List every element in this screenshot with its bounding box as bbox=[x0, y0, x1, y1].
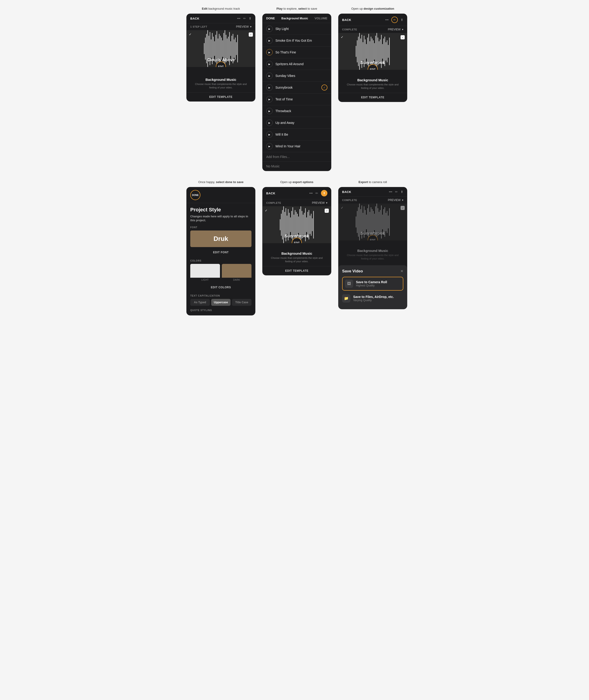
pencil-icon-highlighted[interactable]: ✏ bbox=[391, 17, 398, 23]
save-close-btn[interactable]: ✕ bbox=[400, 269, 403, 273]
list-item[interactable]: ▶ Smoke Em If You Got Em bbox=[262, 35, 331, 46]
list-item[interactable]: ▶ So That's Fine bbox=[262, 46, 331, 58]
phone2-top-bar: DONE Background Music VOLUME bbox=[262, 14, 331, 23]
add-from-files[interactable]: Add from Files... bbox=[262, 152, 331, 162]
check-left-icon: ✓ bbox=[341, 206, 344, 209]
list-item[interactable]: ▶ Sunnybrook ✓ bbox=[262, 82, 331, 94]
col-export-options: Open up export options BACK ••• ✏ ⬆ COMP… bbox=[262, 180, 331, 315]
music-name-sunday: Sunday Vibes bbox=[275, 74, 328, 78]
color-label-dark: DARK bbox=[222, 278, 251, 282]
text-cap-label: TEXT CAPITALIZATION bbox=[190, 294, 251, 297]
play-btn-wind[interactable]: ▶ bbox=[266, 143, 273, 149]
back-button[interactable]: BACK bbox=[190, 17, 199, 20]
phone1-sub-bar: 1 STEP LEFT PREVIEW ▾ bbox=[187, 23, 255, 30]
list-item[interactable]: ▶ Wind In Your Hair bbox=[262, 140, 331, 152]
edit-template-link[interactable]: EDIT TEMPLATE bbox=[262, 266, 331, 275]
list-item[interactable]: ▶ Sunday Vibes bbox=[262, 70, 331, 82]
selected-check-icon: ✓ bbox=[322, 85, 328, 91]
pencil-icon[interactable]: ✏ bbox=[316, 191, 318, 195]
preview-label[interactable]: PREVIEW bbox=[236, 25, 249, 28]
cap-btn-uppercase[interactable]: Uppercase bbox=[211, 299, 231, 306]
volume-tab[interactable]: VOLUME bbox=[315, 17, 328, 20]
files-name: Save to Files, AirDrop, etc. bbox=[353, 295, 403, 299]
phone-5: BACK ••• ✏ ⬆ COMPLETE PREVIEW ▾ ✓ bbox=[262, 187, 331, 275]
section-desc: Choose music that complements the style … bbox=[339, 254, 407, 263]
share-icon[interactable]: ⬆ bbox=[401, 190, 403, 194]
caption-2: Play to explore, select to save bbox=[276, 7, 317, 10]
list-item[interactable]: ▶ Up and Away bbox=[262, 117, 331, 129]
pencil-icon[interactable]: ✏ bbox=[395, 190, 398, 194]
list-item[interactable]: ▶ Spritzers All Around bbox=[262, 58, 331, 70]
music-name-throwback: Throwback bbox=[275, 109, 328, 113]
play-btn-test[interactable]: ▶ bbox=[266, 96, 273, 103]
more-icon[interactable]: ••• bbox=[385, 18, 389, 22]
music-name-smoke: Smoke Em If You Got Em bbox=[275, 39, 328, 42]
font-label: FONT bbox=[190, 226, 251, 229]
phone5-top-bar: BACK ••• ✏ ⬆ bbox=[262, 187, 331, 199]
list-item[interactable]: ▶ Sky Light bbox=[262, 23, 331, 35]
back-button[interactable]: BACK bbox=[342, 190, 351, 194]
play-btn-upaway[interactable]: ▶ bbox=[266, 120, 273, 126]
play-btn-throwback[interactable]: ▶ bbox=[266, 108, 273, 114]
col-design: Open up design customization BACK ••• ✏ … bbox=[338, 7, 407, 171]
play-btn-sunny[interactable]: ▶ bbox=[266, 84, 273, 91]
color-swatch-light: LIGHT bbox=[190, 264, 220, 282]
phone1-video-preview: ✓ ✓ Clouds Above EDIT bbox=[187, 30, 255, 67]
music-name-test: Test of Time bbox=[275, 98, 328, 101]
section-desc: Choose music that complements the style … bbox=[262, 256, 331, 266]
music-name-sunny: Sunnybrook bbox=[275, 86, 319, 89]
check-left-icon: ✓ bbox=[341, 35, 344, 39]
save-option-files[interactable]: 📁 Save to Files, AirDrop, etc. Varying Q… bbox=[342, 291, 403, 305]
preview-label[interactable]: PREVIEW bbox=[312, 201, 325, 204]
camera-roll-name: Save to Camera Roll bbox=[356, 280, 401, 284]
list-item[interactable]: ▶ Throwback bbox=[262, 105, 331, 117]
back-button[interactable]: BACK bbox=[266, 191, 275, 195]
more-icon[interactable]: ••• bbox=[389, 190, 392, 194]
project-style-body: Project Style Changes made here will app… bbox=[187, 203, 255, 315]
more-icon[interactable]: ••• bbox=[237, 17, 240, 20]
quote-label: QUOTE STYLING bbox=[190, 309, 251, 311]
preview-label[interactable]: PREVIEW bbox=[388, 198, 401, 202]
edit-font-btn[interactable]: EDIT FONT bbox=[190, 249, 251, 256]
share-icon[interactable]: ⬆ bbox=[249, 17, 251, 20]
play-btn-sunday[interactable]: ▶ bbox=[266, 73, 273, 79]
phone6-video-preview: ✓ ✓ Sunnybrook EDIT bbox=[339, 203, 407, 240]
play-btn-smoke[interactable]: ▶ bbox=[266, 37, 273, 44]
edit-colors-btn[interactable]: EDIT COLORS bbox=[190, 284, 251, 291]
font-preview: Druk bbox=[190, 231, 251, 247]
phone6-top-bar: BACK ••• ✏ ⬆ bbox=[339, 187, 407, 197]
section-title: Background Music bbox=[262, 250, 331, 256]
phone3-sub-bar: COMPLETE PREVIEW ▾ bbox=[339, 26, 407, 33]
export-icon-highlighted[interactable]: ⬆ bbox=[321, 190, 328, 196]
list-item[interactable]: ▶ Test of Time bbox=[262, 94, 331, 105]
save-option-camera-roll[interactable]: 🖼 Save to Camera Roll Highest Quality bbox=[342, 277, 403, 291]
done-tab[interactable]: DONE bbox=[266, 17, 275, 20]
music-name-skylight: Sky Light bbox=[275, 27, 328, 31]
chevron-down-icon: ▾ bbox=[402, 28, 403, 31]
more-icon[interactable]: ••• bbox=[309, 191, 313, 195]
edit-template-link[interactable]: EDIT TEMPLATE bbox=[187, 92, 255, 101]
caption-1: Edit background music track bbox=[202, 7, 240, 10]
share-icon[interactable]: ⬆ bbox=[401, 18, 403, 22]
phone-3: BACK ••• ✏ ⬆ COMPLETE PREVIEW ▾ ✓ bbox=[338, 14, 407, 102]
phone-2: DONE Background Music VOLUME ▶ Sky Light… bbox=[262, 14, 331, 171]
cap-btn-as-typed[interactable]: As Typed bbox=[190, 299, 210, 306]
play-btn-spritz[interactable]: ▶ bbox=[266, 61, 273, 67]
phone-6: BACK ••• ✏ ⬆ COMPLETE PREVIEW ▾ ✓ bbox=[338, 187, 407, 309]
done-circle-btn[interactable]: DONE bbox=[190, 190, 200, 200]
no-music[interactable]: No Music bbox=[262, 162, 331, 171]
save-modal-title: Save Video bbox=[342, 269, 363, 274]
section-desc: Choose music that complements the style … bbox=[339, 83, 407, 93]
bg-music-tab[interactable]: Background Music bbox=[281, 17, 308, 20]
check-right-icon: ✓ bbox=[401, 35, 405, 39]
edit-template-link[interactable]: EDIT TEMPLATE bbox=[339, 93, 407, 102]
preview-label[interactable]: PREVIEW bbox=[388, 28, 401, 31]
play-btn-sothat[interactable]: ▶ bbox=[266, 49, 273, 55]
pencil-icon[interactable]: ✏ bbox=[243, 17, 246, 20]
files-sub: Varying Quality bbox=[353, 299, 403, 302]
play-btn-skylight[interactable]: ▶ bbox=[266, 25, 273, 32]
cap-btn-title-case[interactable]: Title Case bbox=[232, 299, 251, 306]
play-btn-will[interactable]: ▶ bbox=[266, 131, 273, 138]
back-button[interactable]: BACK bbox=[342, 18, 351, 22]
list-item[interactable]: ▶ Will It Be bbox=[262, 129, 331, 140]
